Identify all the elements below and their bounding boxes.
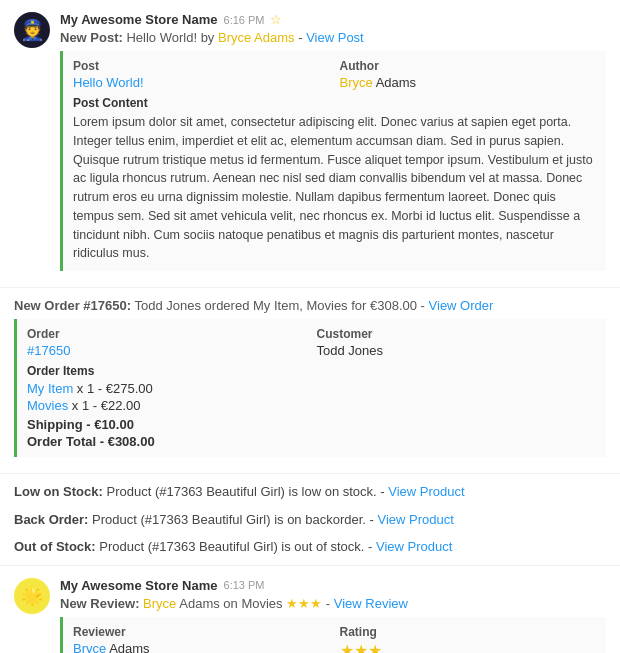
review-timestamp: 6:13 PM [224,579,265,591]
summary-text: Hello World! by [126,30,218,45]
order-col2: Customer Todd Jones [317,327,597,358]
post-col1: Post Hello World! [73,59,330,90]
order-summary-text: Todd Jones ordered My Item, Movies for €… [134,298,428,313]
reviewer-value: Bryce Adams [73,641,330,654]
customer-label: Customer [317,327,597,341]
reviewer-lastname: Adams [109,641,149,654]
review-summary-prefix: New Review: [60,596,139,611]
order-items-label: Order Items [27,364,596,378]
review-card-grid: Reviewer Bryce Adams Rating ★★★ [73,625,596,654]
author-name: Bryce Adams [218,30,295,45]
review-suffix: - [326,596,334,611]
outofstock-line: Out of Stock: Product (#17363 Beautiful … [14,537,606,557]
review-col2: Rating ★★★ [340,625,597,654]
outofstock-text: Product (#17363 Beautiful Girl) is out o… [99,539,376,554]
review-message-body: My Awesome Store Name 6:13 PM New Review… [60,578,606,654]
avatar: 🌟 [14,578,50,614]
order-number-link[interactable]: #17650 [27,343,70,358]
author-label: Author [340,59,597,73]
order-label: Order [27,327,307,341]
outofstock-label: Out of Stock: [14,539,96,554]
stock-block: Low on Stock: Product (#17363 Beautiful … [0,474,620,566]
message-summary: New Post: Hello World! by Bryce Adams - … [60,30,606,45]
author-highlight: Bryce [340,75,373,90]
author-value: Bryce Adams [340,75,597,90]
message-header: My Awesome Store Name 6:16 PM ☆ [60,12,606,27]
view-order-link[interactable]: View Order [429,298,494,313]
summary-prefix: New Post: [60,30,123,45]
summary-suffix: - [298,30,306,45]
review-message-header: My Awesome Store Name 6:13 PM [60,578,606,593]
review-stars-summary: ★★★ [286,596,322,611]
reviewer-link[interactable]: Bryce [73,641,106,654]
backorder-line: Back Order: Product (#17363 Beautiful Gi… [14,510,606,530]
order-message-block: New Order #17650: Todd Jones ordered My … [0,288,620,474]
review-author-highlight: Bryce [143,596,176,611]
order-summary-label: New Order #17650: [14,298,131,313]
rating-stars: ★★★ [340,641,597,654]
review-card: Reviewer Bryce Adams Rating ★★★ Product … [60,617,606,654]
review-summary-middle: Adams on Movies [179,596,286,611]
low-stock-line: Low on Stock: Product (#17363 Beautiful … [14,482,606,502]
store-name: My Awesome Store Name [60,12,218,27]
post-content-label: Post Content [73,96,596,110]
order-item-1-link[interactable]: My Item [27,381,73,396]
view-product-link-2[interactable]: View Product [377,512,453,527]
order-item-2-link[interactable]: Movies [27,398,68,413]
review-message-block: 🌟 My Awesome Store Name 6:13 PM New Revi… [0,566,620,654]
order-card: Order #17650 Customer Todd Jones Order I… [14,319,606,457]
backorder-text: Product (#17363 Beautiful Girl) is on ba… [92,512,377,527]
author-lastname: Adams [376,75,416,90]
view-review-link[interactable]: View Review [334,596,408,611]
review-store-name: My Awesome Store Name [60,578,218,593]
view-product-link-1[interactable]: View Product [388,484,464,499]
view-post-link[interactable]: View Post [306,30,364,45]
order-item-2-qty-price: x 1 - €22.00 [72,398,141,413]
order-item-1-qty-price: x 1 - €275.00 [77,381,153,396]
view-product-link-3[interactable]: View Product [376,539,452,554]
post-col2: Author Bryce Adams [340,59,597,90]
post-label: Post [73,59,330,73]
order-item-2: Movies x 1 - €22.00 [27,398,596,413]
post-content-text: Lorem ipsum dolor sit amet, consectetur … [73,113,596,263]
review-col1: Reviewer Bryce Adams [73,625,330,654]
favorite-star-icon[interactable]: ☆ [270,12,282,27]
backorder-label: Back Order: [14,512,88,527]
order-card-grid: Order #17650 Customer Todd Jones [27,327,596,358]
reviewer-label: Reviewer [73,625,330,639]
review-summary: New Review: Bryce Adams on Movies ★★★ - … [60,596,606,611]
low-stock-text: Product (#17363 Beautiful Girl) is low o… [106,484,388,499]
post-title-link[interactable]: Hello World! [73,75,144,90]
message-body: My Awesome Store Name 6:16 PM ☆ New Post… [60,12,606,277]
order-total-line: Order Total - €308.00 [27,434,596,449]
timestamp: 6:16 PM [224,14,265,26]
post-card-grid: Post Hello World! Author Bryce Adams [73,59,596,90]
order-item-1: My Item x 1 - €275.00 [27,381,596,396]
avatar: 👮 [14,12,50,48]
order-summary: New Order #17650: Todd Jones ordered My … [14,298,606,313]
customer-value: Todd Jones [317,343,597,358]
rating-label: Rating [340,625,597,639]
low-stock-label: Low on Stock: [14,484,103,499]
order-col1: Order #17650 [27,327,307,358]
post-message-block: 👮 My Awesome Store Name 6:16 PM ☆ New Po… [0,0,620,288]
shipping-line: Shipping - €10.00 [27,417,596,432]
post-card: Post Hello World! Author Bryce Adams Pos… [60,51,606,271]
